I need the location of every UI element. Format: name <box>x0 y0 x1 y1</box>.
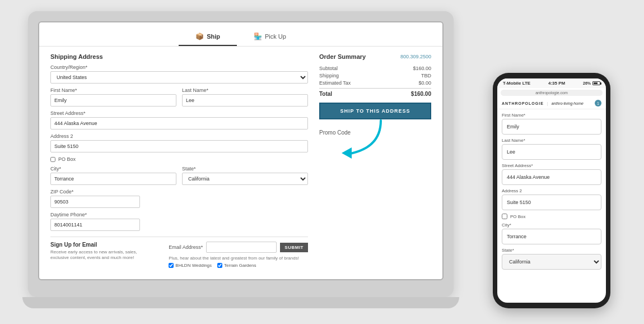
tab-ship[interactable]: 📦 Ship <box>179 28 237 46</box>
first-name-field: First Name* <box>50 87 176 107</box>
right-column: Order Summary 800.309.2500 Subtotal $160… <box>319 53 431 271</box>
scene: 📦 Ship 🏪 Pick Up Shipping Address <box>0 0 644 324</box>
po-box-row: PO Box <box>50 156 308 162</box>
phone-badge: 1 <box>595 100 601 107</box>
phone-state-select[interactable]: California <box>502 254 601 270</box>
phone-field: Daytime Phone* <box>50 212 308 231</box>
legal-text: By signing up, you will receive Anthropo… <box>169 271 308 271</box>
phone-po-box-label: PO Box <box>510 214 526 219</box>
total-label: Total <box>319 91 332 97</box>
po-box-checkbox[interactable] <box>50 157 55 162</box>
state-field: State* California <box>182 166 308 185</box>
country-label: Country/Region* <box>50 64 308 70</box>
phone-last-name-label: Last Name* <box>502 138 601 143</box>
signup-extra: Plus, hear about the latest and greatest… <box>169 256 308 261</box>
status-right: 26% <box>583 81 600 85</box>
subtotal-label: Subtotal <box>319 66 338 71</box>
name-row: First Name* Last Name* <box>50 87 308 110</box>
zip-input[interactable] <box>50 196 140 208</box>
email-label: Email Address* <box>169 244 203 250</box>
phone-url-bar[interactable]: anthropologie.com <box>501 90 603 96</box>
phone-state-label: State* <box>502 248 601 253</box>
brand2-check[interactable]: Terrain Gardens <box>217 263 256 268</box>
total-row: Total $160.00 <box>319 88 431 97</box>
phone-address2-input[interactable] <box>502 195 601 210</box>
phone-first-name-input[interactable] <box>502 119 601 135</box>
brand2-checkbox[interactable] <box>217 263 222 268</box>
phone-po-box-checkbox[interactable] <box>502 214 507 219</box>
phone-brand-logo2: anthro·living·home <box>552 101 584 105</box>
ship-icon: 📦 <box>195 33 204 40</box>
url-text: anthropologie.com <box>535 91 568 95</box>
address2-input[interactable] <box>50 140 308 152</box>
address2-field: Address 2 <box>50 133 308 152</box>
city-state-row: City* State* California <box>50 166 308 189</box>
last-name-field: Last Name* <box>182 87 308 107</box>
brand1-checkbox[interactable] <box>169 263 174 268</box>
phone-first-name-label: First Name* <box>502 113 601 118</box>
phone-input[interactable] <box>50 219 140 231</box>
laptop: 📦 Ship 🏪 Pick Up Shipping Address <box>28 11 454 317</box>
first-name-input[interactable] <box>50 94 176 107</box>
screen-content: 📦 Ship 🏪 Pick Up Shipping Address <box>39 22 442 279</box>
first-name-label: First Name* <box>50 87 176 93</box>
phone-screen: T-Mobile LTE 4:35 PM 26% anthropologie.c… <box>497 78 606 303</box>
phone-brand-nav: ANTHROPOLOGIE | anthro·living·home 1 <box>497 98 606 109</box>
state-select[interactable]: California <box>182 173 308 185</box>
subtotal-value: $160.00 <box>413 66 431 71</box>
brand1-check[interactable]: BHLDN Weddings <box>169 263 212 268</box>
phone-city-input[interactable] <box>502 229 601 244</box>
city-input[interactable] <box>50 173 176 185</box>
po-box-label: PO Box <box>58 156 76 162</box>
phone-carrier: T-Mobile LTE <box>503 81 530 86</box>
last-name-input[interactable] <box>182 94 308 107</box>
country-field: Country/Region* United States <box>50 64 308 84</box>
promo-code-label[interactable]: Promo Code <box>319 129 431 136</box>
main-content: Shipping Address Country/Region* United … <box>39 47 442 278</box>
tab-pickup[interactable]: 🏪 Pick Up <box>237 28 303 46</box>
phone-time: 4:35 PM <box>548 81 565 86</box>
brand-separator: | <box>547 101 548 105</box>
tax-label: Estimated Tax <box>319 80 351 86</box>
tabs: 📦 Ship 🏪 Pick Up <box>39 22 442 47</box>
battery-fill <box>594 82 598 84</box>
tax-row: Estimated Tax $0.00 <box>319 80 431 86</box>
shipping-value: TBD <box>421 73 431 78</box>
pickup-icon: 🏪 <box>254 33 262 40</box>
checkbox-brands: BHLDN Weddings Terrain Gardens <box>169 263 308 268</box>
email-input[interactable] <box>206 242 277 253</box>
phone-po-box-row: PO Box <box>502 214 601 219</box>
battery-percent: 26% <box>583 81 591 85</box>
zip-label: ZIP Code* <box>50 189 308 195</box>
phone-brand-logo: ANTHROPOLOGIE <box>502 101 544 105</box>
phone-last-name-input[interactable] <box>502 144 601 160</box>
phone-status-bar: T-Mobile LTE 4:35 PM 26% <box>497 78 606 88</box>
phone-city-label: City* <box>502 223 601 228</box>
left-column: Shipping Address Country/Region* United … <box>50 53 308 271</box>
city-field: City* <box>50 166 176 185</box>
laptop-body: 📦 Ship 🏪 Pick Up Shipping Address <box>28 11 454 297</box>
laptop-base <box>22 297 459 308</box>
phone-address2-label: Address 2 <box>502 188 601 193</box>
phone-link[interactable]: 800.309.2500 <box>400 54 431 59</box>
last-name-label: Last Name* <box>182 87 308 93</box>
total-value: $160.00 <box>411 91 431 97</box>
brand2-label: Terrain Gardens <box>224 263 256 268</box>
street-field: Street Address* <box>50 110 308 129</box>
submit-button[interactable]: SUBMIT <box>280 243 308 252</box>
signup-title: Sign Up for Email <box>50 242 152 248</box>
street-input[interactable] <box>50 117 308 129</box>
subtotal-row: Subtotal $160.00 <box>319 66 431 71</box>
phone: T-Mobile LTE 4:35 PM 26% anthropologie.c… <box>493 73 610 308</box>
tax-value: $0.00 <box>418 80 431 86</box>
shipping-label: Shipping <box>319 73 339 78</box>
order-summary-header: Order Summary 800.309.2500 <box>319 53 431 60</box>
phone-street-input[interactable] <box>502 169 601 185</box>
brand1-label: BHLDN Weddings <box>175 263 212 268</box>
phone-label: Daytime Phone* <box>50 212 308 217</box>
ship-button[interactable]: SHIP TO THIS ADDRESS <box>319 103 431 119</box>
zip-field: ZIP Code* <box>50 189 308 208</box>
tab-pickup-label: Pick Up <box>265 33 286 40</box>
section-title: Shipping Address <box>50 53 308 60</box>
country-select[interactable]: United States <box>50 71 308 84</box>
